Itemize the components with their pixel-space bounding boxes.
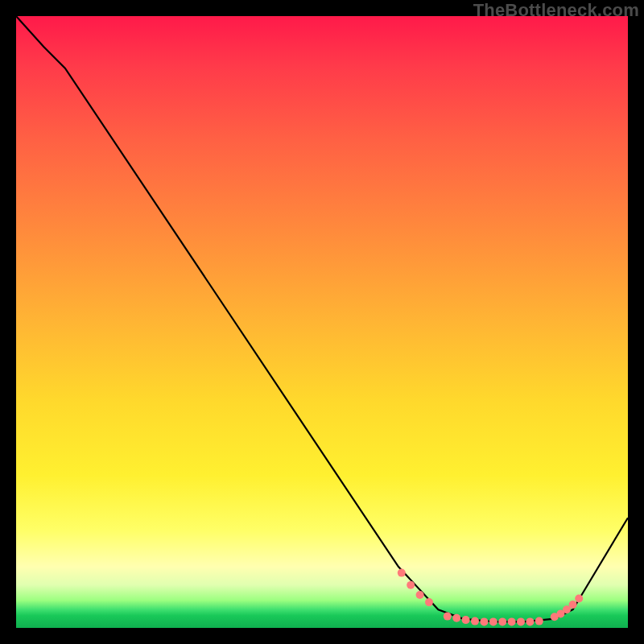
marker-dot [398,569,406,577]
marker-dot [471,617,479,625]
marker-dot [444,613,452,621]
marker-dot [407,581,415,589]
marker-dot [416,591,424,599]
marker-dot [425,598,433,606]
marker-dot [508,617,516,625]
marker-dot [498,617,506,625]
bottleneck-curve-line [16,16,628,621]
marker-dots [398,569,583,626]
marker-dot [535,617,543,625]
marker-dot [489,617,497,625]
chart-svg [0,0,644,644]
marker-dot [480,617,488,625]
marker-dot [526,617,534,625]
marker-dot [517,617,525,625]
marker-dot [575,595,583,603]
watermark-label: TheBottleneck.com [473,0,639,21]
marker-dot [452,614,460,622]
marker-dot [462,616,470,624]
curve-path [16,16,628,621]
marker-dot [569,601,577,609]
